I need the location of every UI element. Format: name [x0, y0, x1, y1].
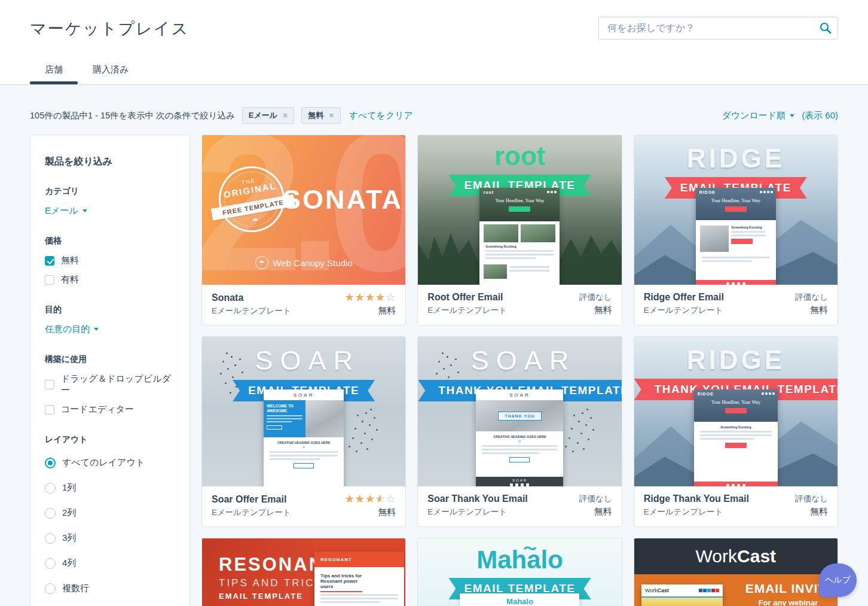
radio-icon[interactable] [45, 508, 56, 519]
results-toolbar: 105件の製品中1 - 15件を表示中 次の条件で絞り込み Eメール × 無料 … [30, 108, 838, 123]
price-option-paid[interactable]: 有料 [45, 274, 175, 285]
radio-icon[interactable] [45, 558, 56, 569]
product-grid: 2.0 SONATA THE ORIGINAL FREE TEMPLATE ☂ … [201, 135, 838, 606]
sidebar-heading: 製品を絞り込み [45, 156, 175, 168]
email-invite-subheading: For any webinar [759, 598, 818, 606]
radio-icon[interactable] [45, 533, 56, 544]
email-mockup: SOAR WELCOME TO AWESOME CREATIVE HEADING… [264, 389, 344, 486]
option-label: 無料 [61, 255, 79, 266]
category-label: カテゴリ [45, 186, 175, 197]
filter-chip-email[interactable]: Eメール × [242, 107, 294, 124]
checkbox-checked-icon[interactable] [45, 256, 54, 266]
tab-store[interactable]: 店舗 [30, 64, 78, 84]
help-button[interactable]: ヘルプ [819, 564, 857, 597]
product-thumbnail: WorkCast EMAIL INVITE For any webinar Wo… [634, 538, 838, 606]
clear-all-filters-link[interactable]: すべてをクリア [349, 110, 413, 121]
workcast-logo: WorkCast [634, 538, 838, 574]
checkbox-icon[interactable] [45, 275, 54, 285]
search-box [598, 17, 838, 39]
checkbox-icon[interactable] [45, 405, 54, 415]
product-card-root-offer[interactable]: root EMAIL TEMPLATE root Your Headline, … [417, 135, 622, 325]
product-card-ridge-offer[interactable]: RIDGE EMAIL TEMPLATE RIDGE Your Headline… [634, 135, 838, 325]
filter-section-built-with: 構築に使用 ドラッグ＆ドロップビルダー コードエディター [45, 354, 175, 415]
product-card-ridge-thankyou[interactable]: RIDGE THANK YOU EMAIL TEMPLATE RIDGE You… [634, 336, 838, 527]
no-rating-label: 評価なし [795, 494, 828, 504]
no-rating-label: 評価なし [795, 292, 828, 303]
layout-option-all[interactable]: すべてのレイアウト [45, 457, 175, 468]
product-price: 無料 [795, 304, 828, 316]
product-thumbnail: RESONANT TIPS AND TRICKS EMAIL TEMPLATE … [202, 538, 405, 606]
tab-purchased[interactable]: 購入済み [78, 64, 143, 84]
chevron-down-icon [790, 114, 794, 117]
product-card-resonant[interactable]: RESONANT TIPS AND TRICKS EMAIL TEMPLATE … [201, 538, 406, 606]
no-rating-label: 評価なし [579, 292, 612, 303]
sort-dropdown[interactable]: ダウンロード順 [722, 110, 794, 121]
product-card-soar-thankyou[interactable]: SOAR THANK YOU EMAIL TEMPLATE SOAR THANK… [417, 336, 622, 527]
per-page-label: (表示 60) [802, 110, 838, 121]
layout-option-1col[interactable]: 1列 [45, 482, 175, 494]
layout-option-2col[interactable]: 2列 [45, 507, 175, 519]
option-label: 有料 [61, 274, 79, 285]
product-name: Sonata [212, 293, 345, 303]
umbrella-icon: ☂ [255, 256, 268, 269]
checkbox-icon[interactable] [45, 380, 54, 389]
built-with-option-code-editor[interactable]: コードエディター [45, 404, 175, 415]
layout-option-4col[interactable]: 4列 [45, 558, 175, 569]
product-thumbnail: RIDGE EMAIL TEMPLATE RIDGE Your Headline… [634, 135, 838, 285]
product-price: 無料 [795, 506, 828, 517]
product-name: Soar Thank You Email [427, 494, 579, 504]
product-card-workcast[interactable]: WorkCast EMAIL INVITE For any webinar Wo… [634, 538, 838, 606]
product-thumbnail: 2.0 SONATA THE ORIGINAL FREE TEMPLATE ☂ … [202, 135, 405, 285]
product-name: Root Offer Email [427, 292, 579, 303]
star-rating: ☆☆☆☆☆★★★★★ [345, 494, 396, 504]
built-with-label: 構築に使用 [45, 354, 175, 365]
option-label: コードエディター [61, 404, 134, 415]
filter-section-purpose: 目的 任意の目的 [45, 304, 175, 335]
email-mockup: root Your Headline, Your Way Something E… [479, 188, 560, 285]
product-thumbnail: Mahalo〜 EMAIL TEMPLATE Mahalo [418, 538, 621, 606]
price-option-free[interactable]: 無料 [45, 255, 175, 266]
built-with-option-dragdrop[interactable]: ドラッグ＆ドロップビルダー [45, 373, 175, 396]
layout-option-3col[interactable]: 3列 [45, 532, 175, 544]
radio-selected-icon[interactable] [45, 458, 56, 468]
price-label: 価格 [45, 236, 175, 246]
radio-icon[interactable] [45, 483, 56, 494]
sort-label: ダウンロード順 [722, 110, 786, 121]
product-card-soar-offer[interactable]: SOAR EMAIL TEMPLATE SOAR WELCOME TO AWES… [201, 336, 406, 527]
product-card-sonata[interactable]: 2.0 SONATA THE ORIGINAL FREE TEMPLATE ☂ … [201, 135, 406, 325]
product-card-mahalo[interactable]: Mahalo〜 EMAIL TEMPLATE Mahalo [417, 538, 622, 606]
product-name: Soar Offer Email [212, 494, 345, 505]
product-type: Eメールテンプレート [644, 507, 796, 517]
soar-logo: SOAR [202, 345, 405, 376]
product-type: Eメールテンプレート [427, 305, 579, 316]
birds-decoration [370, 409, 372, 410]
option-label: 複数行 [62, 583, 89, 594]
product-type: Eメールテンプレート [212, 507, 345, 518]
product-name: Ridge Thank You Email [644, 494, 796, 504]
product-price: 無料 [345, 507, 396, 518]
option-label: 1列 [62, 482, 76, 494]
no-rating-label: 評価なし [579, 494, 612, 504]
purpose-dropdown[interactable]: 任意の目的 [45, 324, 99, 335]
close-icon[interactable]: × [329, 111, 334, 120]
layout-label: レイアウト [45, 434, 175, 445]
star-rating: ☆☆☆☆☆★★★★★ [345, 292, 396, 303]
search-input[interactable] [598, 17, 838, 39]
soar-logo: SOAR [418, 345, 621, 376]
layout-option-multirow[interactable]: 複数行 [45, 583, 175, 594]
filter-chip-label: Eメール [249, 110, 277, 121]
option-label: 4列 [62, 558, 76, 569]
email-mockup: WorkCast [641, 584, 723, 606]
product-thumbnail: RIDGE THANK YOU EMAIL TEMPLATE RIDGE You… [634, 337, 838, 486]
category-dropdown[interactable]: Eメール [45, 205, 87, 217]
filter-section-price: 価格 無料 有料 [45, 236, 175, 285]
radio-icon[interactable] [45, 583, 56, 594]
ridge-logo: RIDGE [634, 144, 838, 173]
product-thumbnail: SOAR THANK YOU EMAIL TEMPLATE SOAR THANK… [418, 337, 621, 486]
category-value: Eメール [45, 205, 78, 217]
search-icon[interactable] [819, 22, 832, 35]
filter-chip-free[interactable]: 無料 × [301, 107, 340, 124]
sonata-logo: SONATA [283, 184, 403, 215]
close-icon[interactable]: × [283, 111, 288, 120]
product-type: Eメールテンプレート [212, 306, 345, 316]
